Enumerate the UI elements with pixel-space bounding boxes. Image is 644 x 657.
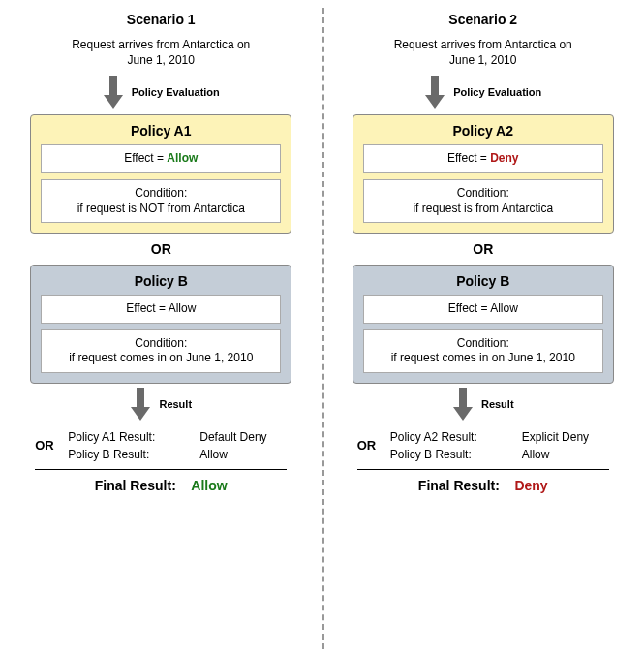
result-a2-value: Explicit Deny: [522, 430, 609, 444]
svg-marker-3: [131, 407, 150, 421]
or-label-2: OR: [473, 241, 493, 257]
policy-a1-box: Policy A1 Effect = Allow Condition:if re…: [30, 114, 291, 234]
eval-label: Policy Evaluation: [132, 86, 220, 98]
results-block-2: OR Policy A2 Result: Explicit Deny Polic…: [357, 428, 609, 493]
scenario-1: Scenario 1 Request arrives from Antarcti…: [0, 0, 322, 657]
scenario-1-title: Scenario 1: [127, 12, 196, 27]
policy-b-condition-2: Condition:if request comes in on June 1,…: [363, 329, 603, 373]
result-b2-label: Policy B Result:: [390, 448, 522, 461]
results-divider-1: [35, 469, 287, 470]
policy-b-box-2: Policy B Effect = Allow Condition:if req…: [353, 265, 614, 384]
arrow-down-icon: [452, 386, 474, 422]
policy-a2-condition: Condition:if request is from Antarctica: [363, 179, 603, 223]
result-b2-value: Allow: [522, 448, 609, 461]
result-a1-label: Policy A1 Result:: [68, 430, 199, 444]
svg-rect-4: [431, 76, 439, 95]
scenario-2: Scenario 2 Request arrives from Antarcti…: [322, 0, 645, 657]
policy-b-title-2: Policy B: [363, 273, 603, 289]
results-or-2: OR: [357, 438, 390, 453]
or-label-1: OR: [151, 241, 171, 257]
svg-marker-5: [425, 95, 445, 109]
results-divider-2: [357, 469, 609, 470]
final-value-1: Allow: [191, 478, 227, 493]
policy-a1-effect: Effect = Allow: [41, 144, 281, 173]
svg-rect-2: [137, 388, 144, 407]
results-block-1: OR Policy A1 Result: Default Deny Policy…: [35, 428, 287, 493]
arrow-down-icon: [424, 74, 445, 110]
results-or-1: OR: [35, 438, 68, 453]
policy-a2-effect: Effect = Deny: [363, 144, 603, 173]
policy-a2-box: Policy A2 Effect = Deny Condition:if req…: [353, 114, 614, 234]
svg-marker-7: [453, 407, 473, 421]
policy-b-condition-1: Condition:if request comes in on June 1,…: [41, 329, 281, 373]
vertical-divider: [322, 8, 324, 649]
final-row-2: Final Result: Deny: [357, 478, 609, 493]
arrow-down-icon: [103, 74, 124, 110]
result-b1-label: Policy B Result:: [68, 448, 199, 461]
svg-rect-6: [459, 388, 467, 407]
scenario-2-request: Request arrives from Antarctica onJune 1…: [394, 37, 572, 68]
result-a1-value: Default Deny: [199, 430, 287, 444]
policy-a1-condition: Condition:if request is NOT from Antarct…: [41, 179, 281, 223]
policy-b-effect-2: Effect = Allow: [363, 295, 603, 324]
policy-a1-title: Policy A1: [41, 123, 281, 139]
final-value-2: Deny: [514, 478, 547, 493]
scenario-2-title: Scenario 2: [448, 12, 517, 27]
scenario-1-eval-arrow: Policy Evaluation: [103, 74, 220, 110]
scenario-2-eval-arrow: Policy Evaluation: [424, 74, 541, 110]
policy-b-box-1: Policy B Effect = Allow Condition:if req…: [30, 265, 291, 384]
scenario-1-result-arrow: Result: [130, 386, 192, 422]
result-a2-label: Policy A2 Result:: [390, 430, 522, 444]
policy-a2-title: Policy A2: [363, 123, 603, 139]
scenario-2-result-arrow: Result: [452, 386, 514, 422]
final-row-1: Final Result: Allow: [35, 478, 287, 493]
eval-label-2: Policy Evaluation: [453, 86, 541, 98]
svg-marker-1: [104, 95, 123, 109]
svg-rect-0: [109, 76, 117, 95]
result-label-2: Result: [481, 398, 514, 410]
arrow-down-icon: [130, 386, 151, 422]
scenario-1-request: Request arrives from Antarctica onJune 1…: [72, 37, 250, 68]
policy-b-effect-1: Effect = Allow: [41, 295, 281, 324]
result-b1-value: Allow: [199, 448, 287, 461]
result-label-1: Result: [159, 398, 192, 410]
policy-b-title-1: Policy B: [41, 273, 281, 289]
